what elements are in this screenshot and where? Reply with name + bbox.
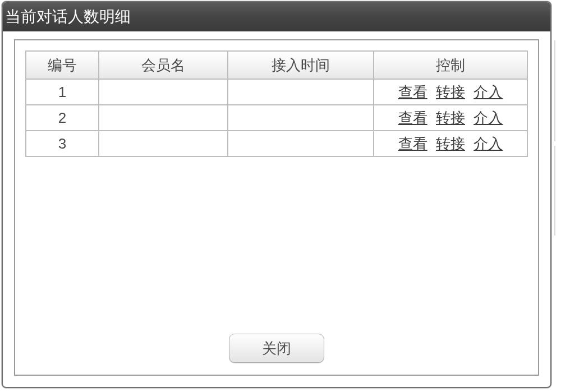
table-header-row: 编号 会员名 接入时间 控制 [26,51,527,79]
col-header-member-name: 会员名 [99,51,228,79]
conversation-table: 编号 会员名 接入时间 控制 1 查看 转接 介入 [25,50,528,157]
cell-access-time [228,131,374,156]
col-header-number: 编号 [26,51,99,79]
dialog-title: 当前对话人数明细 [5,8,131,25]
view-link[interactable]: 查看 [398,134,427,154]
transfer-link[interactable]: 转接 [436,108,465,128]
close-button[interactable]: 关闭 [229,334,324,363]
cell-member-name [99,105,228,131]
dialog-button-bar: 关闭 [25,329,528,368]
dialog-body: 编号 会员名 接入时间 控制 1 查看 转接 介入 [14,39,539,376]
cell-number: 2 [26,105,99,131]
dialog-window: 当前对话人数明细 编号 会员名 接入时间 控制 1 [2,1,551,388]
col-header-control: 控制 [374,51,527,79]
table-row: 2 查看 转接 介入 [26,105,527,131]
cell-member-name [99,131,228,156]
view-link[interactable]: 查看 [398,108,427,128]
table-row: 3 查看 转接 介入 [26,131,527,156]
cell-member-name [99,79,228,105]
view-link[interactable]: 查看 [398,82,427,102]
background-decoration [554,40,561,141]
intervene-link[interactable]: 介入 [473,82,503,102]
transfer-link[interactable]: 转接 [436,134,465,154]
cell-control: 查看 转接 介入 [374,79,527,105]
table-container: 编号 会员名 接入时间 控制 1 查看 转接 介入 [25,50,528,329]
cell-number: 3 [26,131,99,156]
cell-control: 查看 转接 介入 [374,105,527,131]
background-decoration [554,146,561,236]
cell-access-time [228,105,374,131]
col-header-access-time: 接入时间 [228,51,374,79]
cell-number: 1 [26,79,99,105]
table-row: 1 查看 转接 介入 [26,79,527,105]
transfer-link[interactable]: 转接 [436,82,465,102]
intervene-link[interactable]: 介入 [473,134,503,154]
table-body: 1 查看 转接 介入 2 查看 [26,79,527,156]
intervene-link[interactable]: 介入 [473,108,503,128]
dialog-titlebar[interactable]: 当前对话人数明细 [3,2,550,31]
cell-access-time [228,79,374,105]
cell-control: 查看 转接 介入 [374,131,527,156]
